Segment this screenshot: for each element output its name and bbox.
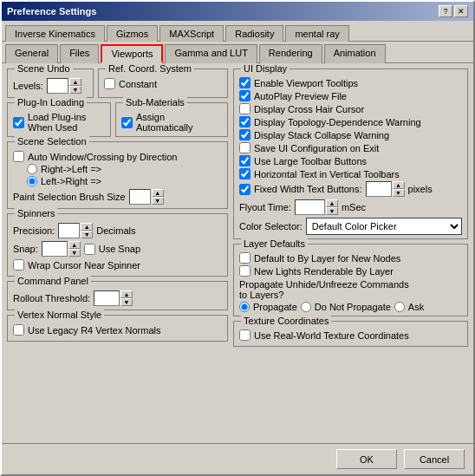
stack-collapse-checkbox[interactable]: [239, 129, 251, 140]
use-snap-checkbox[interactable]: [84, 244, 95, 255]
enable-tooltips-checkbox[interactable]: [239, 77, 251, 88]
help-button[interactable]: ?: [439, 5, 452, 17]
pixels-label: pixels: [408, 184, 433, 194]
ref-coord-title: Ref. Coord. System: [106, 63, 194, 74]
sub-materials-row: AssignAutomatically: [121, 112, 222, 133]
constant-checkbox[interactable]: [104, 78, 115, 89]
auto-window-checkbox[interactable]: [13, 151, 24, 162]
rollout-input[interactable]: 50: [94, 290, 120, 306]
precision-input[interactable]: 3: [58, 223, 80, 238]
ui-item-7: Horizontal Text in Vertical Toolbars: [239, 168, 462, 179]
tab-inverse-kinematics[interactable]: Inverse Kinematics: [5, 25, 105, 42]
save-ui-checkbox[interactable]: [239, 142, 251, 153]
propagate-radios: Propagate Do Not Propagate Ask: [239, 302, 462, 312]
default-by-layer-checkbox[interactable]: [239, 252, 251, 264]
right-left-radio[interactable]: [27, 164, 37, 174]
topology-checkbox[interactable]: [239, 116, 251, 127]
tab-rendering[interactable]: Rendering: [259, 44, 322, 63]
propagate-label: Propagate Unhide/Unfreeze Commandsto Lay…: [239, 279, 409, 300]
tab-animation[interactable]: Animation: [324, 44, 386, 63]
crosshair-checkbox[interactable]: [239, 103, 251, 114]
assign-auto-checkbox[interactable]: [121, 117, 133, 128]
color-selector-label: Color Selector:: [239, 221, 303, 231]
load-plugins-checkbox[interactable]: [13, 117, 24, 128]
autoplay-label: AutoPlay Preview File: [254, 91, 347, 101]
large-toolbar-checkbox[interactable]: [239, 155, 251, 166]
tab-gizmos[interactable]: Gizmos: [107, 25, 158, 42]
left-right-radio[interactable]: [27, 176, 37, 186]
fixed-width-spin: 70 ▲ ▼: [366, 181, 405, 197]
rollout-down[interactable]: ▼: [120, 298, 133, 306]
ask-radio[interactable]: [394, 302, 405, 312]
flyout-up[interactable]: ▲: [326, 199, 338, 207]
fixed-width-spinners: ▲ ▼: [393, 181, 405, 197]
tab-maxscript[interactable]: MAXScript: [159, 25, 224, 42]
cancel-button[interactable]: Cancel: [404, 449, 465, 469]
flyout-spinners: ▲ ▼: [326, 199, 338, 215]
precision-down[interactable]: ▼: [81, 231, 93, 238]
flyout-input[interactable]: 300: [295, 199, 325, 215]
fixed-width-up[interactable]: ▲: [393, 181, 405, 189]
real-world-row: Use Real-World Texture Coordinates: [239, 329, 462, 341]
load-plugins-label: Load Plug-insWhen Used: [28, 112, 86, 133]
snap-up[interactable]: ▲: [68, 241, 81, 249]
flyout-spin: 300 ▲ ▼: [295, 199, 338, 215]
legacy-checkbox[interactable]: [13, 324, 24, 336]
fixed-width-checkbox[interactable]: [239, 184, 251, 195]
precision-up[interactable]: ▲: [81, 223, 93, 231]
main-content: Scene Undo Levels: 20 ▲ ▼: [2, 63, 473, 476]
ui-item-2: Display Cross Hair Cursor: [239, 103, 462, 114]
fixed-width-input[interactable]: 70: [366, 181, 392, 197]
paint-spin-up[interactable]: ▲: [152, 189, 164, 197]
decimals-label: Decimals: [96, 225, 135, 236]
real-world-checkbox[interactable]: [239, 329, 251, 341]
wrap-cursor-checkbox[interactable]: [13, 259, 24, 271]
tab-viewports[interactable]: Viewports: [101, 44, 163, 63]
ui-item-1: AutoPlay Preview File: [239, 90, 462, 101]
ui-display-group: UI Display Enable Viewport Tooltips Auto…: [233, 68, 468, 239]
color-selector-dropdown[interactable]: Default Color Picker 3ds Max Color Picke…: [306, 218, 462, 235]
levels-input[interactable]: 20: [47, 78, 68, 94]
texture-coords-group: Texture Coordinates Use Real-World Textu…: [233, 321, 468, 347]
paint-spin-down[interactable]: ▼: [152, 197, 164, 205]
levels-spin-up[interactable]: ▲: [69, 78, 81, 86]
do-not-propagate-label: Do Not Propagate: [315, 302, 391, 312]
title-bar-buttons: ? ✕: [439, 5, 468, 17]
enable-tooltips-label: Enable Viewport Tooltips: [254, 78, 358, 88]
ui-item-4: Display Stack Collapse Warning: [239, 129, 462, 140]
close-button[interactable]: ✕: [454, 5, 468, 17]
ok-button[interactable]: OK: [336, 449, 397, 469]
flyout-down[interactable]: ▼: [326, 207, 338, 215]
tab-general[interactable]: General: [5, 44, 58, 63]
do-not-propagate-radio[interactable]: [301, 302, 311, 312]
propagate-radio-label: Propagate: [253, 302, 297, 312]
levels-spin-down[interactable]: ▼: [69, 86, 81, 94]
horizontal-text-checkbox[interactable]: [239, 168, 251, 179]
top-row: Scene Undo Levels: 20 ▲ ▼: [7, 68, 228, 98]
large-toolbar-label: Use Large Toolbar Buttons: [254, 156, 367, 166]
autoplay-checkbox[interactable]: [239, 90, 251, 101]
snap-down[interactable]: ▼: [68, 249, 81, 257]
right-left-row: Right->Left =>: [13, 164, 222, 174]
precision-spin: 3 ▲ ▼: [58, 223, 93, 238]
fixed-width-down[interactable]: ▼: [393, 189, 405, 197]
new-lights-checkbox[interactable]: [239, 265, 251, 277]
levels-spin: 20 ▲ ▼: [47, 78, 81, 94]
layer-defaults-title: Layer Defaults: [241, 238, 308, 249]
snap-input[interactable]: 1.0: [42, 241, 68, 257]
ask-label: Ask: [408, 302, 424, 312]
rollout-up[interactable]: ▲: [120, 290, 133, 298]
propagate-radio[interactable]: [239, 302, 250, 312]
bottom-bar: OK Cancel: [2, 443, 473, 474]
tab-mental-ray[interactable]: mental ray: [285, 25, 348, 42]
left-right-label: Left->Right =>: [41, 176, 101, 186]
paint-input[interactable]: 20: [129, 189, 151, 205]
scene-undo-title: Scene Undo: [15, 63, 73, 74]
ui-item-0: Enable Viewport Tooltips: [239, 77, 462, 88]
tab-radiosity[interactable]: Radiosity: [225, 25, 283, 42]
snap-spinners: ▲ ▼: [68, 241, 81, 257]
tab-gamma-lut[interactable]: Gamma and LUT: [165, 44, 257, 63]
precision-spinners: ▲ ▼: [81, 223, 93, 238]
tab-files[interactable]: Files: [60, 44, 99, 63]
ref-coord-group: Ref. Coord. System Constant: [98, 68, 228, 98]
